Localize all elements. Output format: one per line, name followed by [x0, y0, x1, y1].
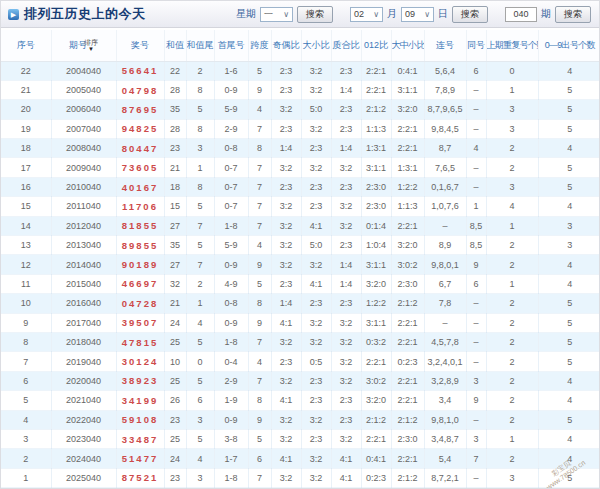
cell-prev-repeat-count: 2	[486, 158, 538, 177]
cell-prime-composite-ratio: 1:4	[331, 80, 361, 99]
cell-consecutive-numbers: 4,5,7,8	[424, 332, 466, 351]
cell-big-mid-small-ratio: 2:2:1	[391, 216, 424, 235]
cell-span: 4	[248, 100, 271, 119]
cell-consecutive-numbers: –	[424, 216, 466, 235]
cell-012-ratio: 3:0:2	[361, 371, 391, 390]
cell-digit-count: 5	[538, 352, 600, 371]
cell-same-numbers: 8,5	[466, 216, 486, 235]
cell-big-small-ratio: 3:2	[301, 332, 331, 351]
cell-issue: 2007040	[51, 119, 116, 138]
week-select[interactable]: 一 ∨	[260, 7, 293, 22]
cell-sum: 26	[164, 391, 186, 410]
cell-sum-tail: 8	[186, 119, 214, 138]
cell-index: 2	[1, 449, 51, 468]
cell-sum-tail: 8	[186, 80, 214, 99]
cell-first-last: 0-9	[214, 410, 248, 429]
cell-digit-count: 4	[538, 449, 600, 468]
cell-sum: 27	[164, 216, 186, 235]
cell-012-ratio: 3:1:1	[361, 158, 391, 177]
cell-same-numbers: –	[466, 100, 486, 119]
cell-sum-tail: 1	[186, 294, 214, 313]
cell-012-ratio: 2:3:0	[361, 177, 391, 196]
cell-prize-number: 40167	[116, 177, 164, 196]
cell-prev-repeat-count: 1	[486, 274, 538, 293]
cell-prev-repeat-count: 3	[486, 100, 538, 119]
col-header-prize-number: 奖号	[116, 30, 164, 61]
cell-prev-repeat-count: 2	[486, 332, 538, 351]
issue-search-button[interactable]: 搜索	[555, 6, 591, 23]
cell-prime-composite-ratio: 2:3	[331, 100, 361, 119]
cell-big-small-ratio: 3:2	[301, 410, 331, 429]
sort-control[interactable]: 排序▼	[84, 39, 98, 52]
cell-prime-composite-ratio: 4:1	[331, 449, 361, 468]
cell-big-small-ratio: 3:2	[301, 80, 331, 99]
col-header-012-ratio: 012比	[361, 30, 391, 61]
cell-sum: 24	[164, 449, 186, 468]
chevron-down-icon: ∨	[373, 10, 379, 19]
cell-consecutive-numbers: 9,8,0,1	[424, 255, 466, 274]
cell-digit-count: 5	[538, 100, 600, 119]
cell-first-last: 3-8	[214, 429, 248, 448]
date-search-button[interactable]: 搜索	[452, 6, 488, 23]
cell-prize-number: 04728	[116, 294, 164, 313]
col-header-prime-composite-ratio: 质合比	[331, 30, 361, 61]
issue-input[interactable]	[505, 7, 537, 22]
cell-digit-count: 4	[538, 429, 600, 448]
cell-first-last: 0-4	[214, 352, 248, 371]
cell-span: 5	[248, 429, 271, 448]
week-search-button[interactable]: 搜索	[297, 6, 333, 23]
cell-prize-number: 04798	[116, 80, 164, 99]
cell-index: 9	[1, 313, 51, 332]
cell-span: 8	[248, 139, 271, 158]
table-row: 132013040898553555-943:25:02:31:0:43:2:0…	[1, 236, 600, 255]
cell-odd-even-ratio: 3:2	[271, 332, 301, 351]
cell-odd-even-ratio: 1:4	[271, 139, 301, 158]
cell-sum: 25	[164, 332, 186, 351]
cell-same-numbers: 6	[466, 61, 486, 80]
cell-odd-even-ratio: 3:2	[271, 216, 301, 235]
cell-issue: 2005040	[51, 80, 116, 99]
cell-index: 18	[1, 139, 51, 158]
cell-odd-even-ratio: 4:1	[271, 313, 301, 332]
cell-prize-number: 94825	[116, 119, 164, 138]
cell-consecutive-numbers: 3,2,4,0,1	[424, 352, 466, 371]
cell-span: 7	[248, 158, 271, 177]
cell-same-numbers: 3	[466, 371, 486, 390]
day-select[interactable]: 09 ∨	[401, 7, 434, 22]
cell-same-numbers: –	[466, 119, 486, 138]
cell-prize-number: 46697	[116, 274, 164, 293]
cell-consecutive-numbers: 7,8	[424, 294, 466, 313]
cell-same-numbers: 4	[466, 139, 486, 158]
cell-prize-number: 73605	[116, 158, 164, 177]
col-header-sum-tail: 和值尾	[186, 30, 214, 61]
col-header-odd-even-ratio: 奇偶比	[271, 30, 301, 61]
cell-digit-count: 5	[538, 177, 600, 196]
cell-first-last: 1-9	[214, 391, 248, 410]
cell-big-small-ratio: 2:3	[301, 177, 331, 196]
table-row: 22024040514772441-764:13:24:10:4:12:2:15…	[1, 449, 600, 468]
cell-prime-composite-ratio: 3:2	[331, 216, 361, 235]
cell-span: 9	[248, 80, 271, 99]
chevron-down-icon: ∨	[424, 10, 430, 19]
cell-big-mid-small-ratio: 2:1:2	[391, 468, 424, 487]
panel-arrow-icon: ▶	[8, 9, 19, 20]
cell-digit-count: 4	[538, 274, 600, 293]
cell-prev-repeat-count: 3	[486, 468, 538, 487]
cell-012-ratio: 2:3:0	[361, 197, 391, 216]
cell-first-last: 0-8	[214, 294, 248, 313]
month-select[interactable]: 02 ∨	[350, 7, 383, 22]
cell-big-mid-small-ratio: 0:4:1	[391, 61, 424, 80]
cell-index: 7	[1, 352, 51, 371]
cell-012-ratio: 3:2:0	[361, 274, 391, 293]
cell-sum: 35	[164, 100, 186, 119]
cell-odd-even-ratio: 2:3	[271, 352, 301, 371]
cell-sum: 21	[164, 294, 186, 313]
cell-sum-tail: 5	[186, 371, 214, 390]
table-row: 62020040389232552-973:22:33:23:0:22:2:13…	[1, 371, 600, 390]
cell-index: 21	[1, 80, 51, 99]
cell-digit-count: 3	[538, 216, 600, 235]
cell-sum-tail: 5	[186, 100, 214, 119]
cell-big-small-ratio: 3:2	[301, 468, 331, 487]
cell-digit-count: 5	[538, 468, 600, 487]
col-header-span: 跨度	[248, 30, 271, 61]
